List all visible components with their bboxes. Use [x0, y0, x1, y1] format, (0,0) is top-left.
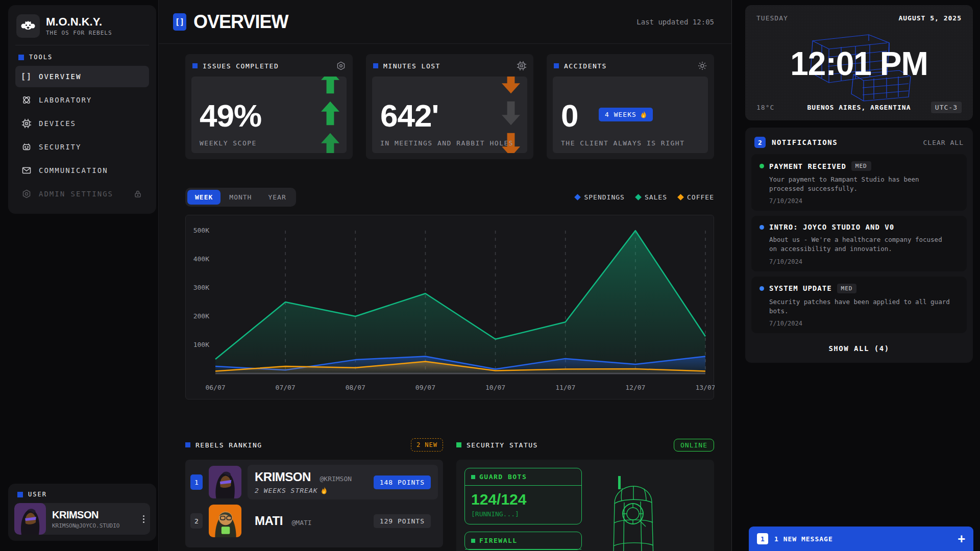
last-updated: Last updated 12:05	[636, 18, 714, 26]
ranking-row-1[interactable]: 1	[190, 465, 438, 499]
stat-label: WEEKLY SCOPE	[200, 139, 257, 147]
notification-body: Security patches have been applied to al…	[769, 297, 953, 316]
stat-box: 0 4 WEEKS THE CLIENT ALWAYS IS RIGHT	[553, 77, 708, 153]
blue-square-icon	[17, 492, 23, 497]
security-panel: GUARD BOTS 124/124 [RUNNING...] FIREWALL	[456, 460, 714, 551]
chart-legend: SPENDINGS SALES COFFEE	[575, 193, 714, 201]
chart-range-tabs: WEEK MONTH YEAR	[185, 188, 296, 207]
new-message-bar[interactable]: 1 1 NEW MESSAGE +	[749, 527, 973, 551]
guard-bots-box: GUARD BOTS 124/124 [RUNNING...]	[464, 468, 582, 524]
flame-icon	[321, 487, 327, 494]
sidebar-item-devices[interactable]: DEVICES	[15, 113, 149, 134]
stat-card-minutes-lost: MINUTES LOST 642' IN ME	[366, 54, 533, 159]
svg-text:09/07: 09/07	[415, 384, 435, 391]
svg-text:08/07: 08/07	[346, 384, 365, 391]
svg-text:400K: 400K	[193, 255, 209, 263]
brackets-icon: []	[21, 72, 32, 81]
green-square-icon	[471, 539, 475, 543]
right-sidebar: TUESDAY AUGUST 5, 2025 12:01 PM 18°C BUE…	[745, 5, 973, 363]
sidebar-item-communication[interactable]: COMMUNICATION	[15, 160, 149, 181]
main-header: [] OVERVIEW Last updated 12:05	[159, 0, 731, 44]
envelope-icon	[21, 166, 32, 175]
main-column: [] OVERVIEW Last updated 12:05 ISSUES CO…	[158, 0, 732, 551]
rebel-streak: 2 WEEKS STREAK	[255, 487, 352, 494]
location: BUENOS AIRES, ARGENTINA	[802, 104, 916, 111]
legend-spendings[interactable]: SPENDINGS	[575, 193, 624, 201]
chip-icon[interactable]	[517, 61, 526, 70]
user-avatar	[14, 503, 46, 535]
svg-text:10/07: 10/07	[485, 384, 505, 391]
status-dot	[760, 164, 764, 168]
current-time: 12:01 PM	[745, 45, 973, 83]
stat-title: ISSUES COMPLETED	[203, 62, 279, 70]
user-menu-kebab-icon[interactable]	[137, 503, 150, 535]
atom-icon	[21, 95, 32, 105]
tools-section-label: TOOLS	[18, 54, 146, 61]
robot-icon	[21, 142, 32, 152]
sun-burst-icon[interactable]	[698, 61, 707, 70]
stat-value: 49%	[200, 100, 261, 132]
notification-item[interactable]: PAYMENT RECEIVED MED Your payment to Ram…	[751, 154, 967, 211]
date: AUGUST 5, 2025	[898, 14, 962, 22]
stat-value: 0	[561, 100, 578, 132]
sidebar-item-admin-settings[interactable]: ADMIN SETTINGS	[15, 183, 149, 205]
blue-square-icon	[185, 442, 190, 447]
message-count-badge: 1	[757, 533, 768, 544]
brackets-icon: []	[173, 13, 186, 31]
diamond-icon	[635, 194, 642, 201]
svg-text:11/07: 11/07	[555, 384, 575, 391]
svg-text:300K: 300K	[193, 284, 209, 291]
rebels-ranking-section: REBELS RANKING 2 NEW 1	[185, 436, 443, 551]
ranking-row-2[interactable]: 2	[190, 505, 438, 537]
legend-sales[interactable]: SALES	[636, 193, 667, 201]
rebel-handle: @MATI	[292, 519, 312, 527]
clear-all-button[interactable]: CLEAR ALL	[923, 139, 964, 146]
notifications-title: NOTIFICATIONS	[772, 138, 838, 146]
sidebar-item-security[interactable]: SECURITY	[15, 136, 149, 158]
tab-week[interactable]: WEEK	[187, 190, 220, 205]
flame-icon	[641, 111, 647, 118]
diamond-icon	[575, 194, 581, 201]
plus-icon[interactable]: +	[958, 533, 965, 545]
gear-nut-icon[interactable]	[336, 61, 346, 70]
trend-up-arrows-icon	[321, 77, 339, 153]
gear-icon	[21, 189, 32, 198]
chart-controls: WEEK MONTH YEAR SPENDINGS SALES COFFEE	[185, 188, 714, 207]
notification-date: 7/10/2024	[769, 258, 959, 265]
green-square-icon	[456, 442, 461, 447]
notification-count-badge: 2	[754, 137, 766, 148]
blue-square-icon	[373, 63, 378, 68]
app-title: M.O.N.K.Y.	[46, 16, 112, 28]
notifications-panel: 2 NOTIFICATIONS CLEAR ALL PAYMENT RECEIV…	[745, 128, 973, 363]
section-title: SECURITY STATUS	[467, 441, 538, 449]
security-status-section: SECURITY STATUS ONLINE GUARD BOTS 124/12…	[456, 436, 714, 551]
logo-row: M.O.N.K.Y. THE OS FOR REBELS	[15, 12, 149, 45]
message-label: 1 NEW MESSAGE	[774, 535, 833, 543]
tab-month[interactable]: MONTH	[222, 190, 259, 205]
chip-icon	[21, 119, 32, 128]
notification-date: 7/10/2024	[769, 320, 959, 327]
stat-label: THE CLIENT ALWAYS IS RIGHT	[561, 139, 685, 147]
sidebar-item-overview[interactable]: [] OVERVIEW	[15, 66, 149, 87]
notification-date: 7/10/2024	[769, 197, 959, 205]
area-chart: 100K200K300K400K500K06/0707/0708/0709/07…	[186, 223, 715, 396]
wireframe-bot-illustration	[586, 472, 678, 551]
tab-year[interactable]: YEAR	[260, 190, 293, 205]
stat-card-accidents: ACCIDENTS 0 4 WEEKS	[547, 54, 714, 159]
show-all-button[interactable]: SHOW ALL (4)	[751, 338, 967, 357]
blue-square-icon	[192, 63, 198, 68]
user-name: KRIMSON	[52, 509, 131, 521]
ranking-list: 1	[185, 460, 443, 547]
rank-number: 2	[190, 513, 203, 529]
user-card[interactable]: KRIMSON KRIMSON@JOYCO.STUDIO	[14, 503, 150, 535]
rebel-handle: @KRIMSON	[320, 475, 352, 483]
svg-text:100K: 100K	[193, 341, 209, 348]
legend-coffee[interactable]: COFFEE	[678, 193, 714, 201]
notification-item[interactable]: INTRO: JOYCO STUDIO AND V0 About us - We…	[751, 216, 967, 271]
svg-text:200K: 200K	[193, 312, 209, 320]
diamond-icon	[677, 194, 684, 201]
sidebar-item-laboratory[interactable]: LABORATORY	[15, 89, 149, 111]
notification-item[interactable]: SYSTEM UPDATE MED Security patches have …	[751, 277, 967, 333]
user-email: KRIMSON@JOYCO.STUDIO	[52, 522, 131, 529]
guard-bots-status: [RUNNING...]	[471, 510, 575, 518]
